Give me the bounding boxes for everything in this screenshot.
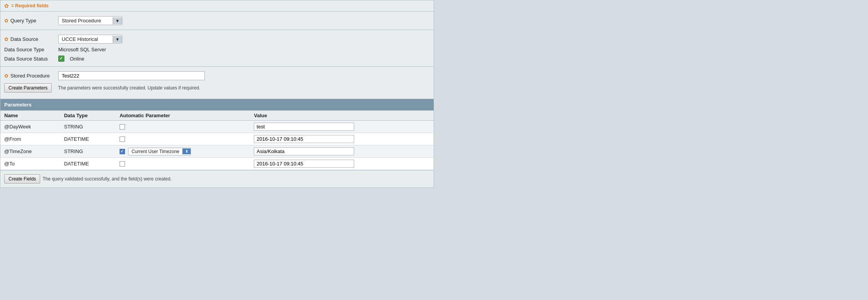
query-type-row: ✿ Query Type Stored Procedure ▼	[4, 15, 430, 27]
create-parameters-message: The parameters were successfully created…	[58, 85, 200, 91]
data-source-arrow[interactable]: ▼	[113, 36, 122, 43]
col-name: Name	[0, 111, 60, 121]
main-container: ✿ = Required fields ✿ Query Type Stored …	[0, 0, 434, 188]
data-source-type-label: Data Source Type	[4, 47, 54, 52]
query-type-dropdown[interactable]: Stored Procedure ▼	[58, 16, 122, 25]
query-type-value: Stored Procedure	[59, 17, 113, 25]
data-source-label: ✿ Data Source	[4, 36, 54, 42]
data-source-type-row: Data Source Type Microsoft SQL Server	[4, 45, 430, 54]
data-source-status-value: Online	[70, 56, 84, 62]
param-name: @TimeZone	[0, 145, 60, 158]
query-type-section: ✿ Query Type Stored Procedure ▼	[0, 11, 434, 30]
timezone-value: Current User Timezone	[128, 148, 182, 155]
stored-procedure-section: ✿ Stored Procedure Create Parameters The…	[0, 66, 434, 97]
automatic-checkbox[interactable]	[120, 124, 125, 130]
param-data-type: DATETIME	[60, 158, 116, 170]
param-automatic	[116, 158, 250, 170]
param-name: @DayWeek	[0, 121, 60, 133]
stored-procedure-label-text: Stored Procedure	[10, 73, 50, 79]
param-value-input[interactable]	[254, 160, 354, 168]
param-value	[250, 145, 434, 158]
stored-procedure-req-icon: ✿	[4, 73, 8, 79]
param-value	[250, 158, 434, 170]
data-source-row: ✿ Data Source UCCE Historical ▼	[4, 33, 430, 45]
query-type-label: ✿ Query Type	[4, 18, 54, 24]
required-label: = Required fields	[11, 3, 49, 8]
param-name: @To	[0, 158, 60, 170]
data-source-status-row: Data Source Status Online	[4, 54, 430, 63]
data-source-dropdown[interactable]: UCCE Historical ▼	[58, 35, 122, 44]
stored-procedure-label: ✿ Stored Procedure	[4, 73, 54, 79]
query-type-arrow[interactable]: ▼	[113, 17, 122, 24]
param-data-type: DATETIME	[60, 133, 116, 145]
data-source-section: ✿ Data Source UCCE Historical ▼ Data Sou…	[0, 30, 434, 66]
param-automatic: Current User Timezone⬍	[116, 145, 250, 158]
param-automatic	[116, 121, 250, 133]
col-value: Value	[250, 111, 434, 121]
data-source-status-label-text: Data Source Status	[4, 56, 48, 62]
table-header-row: Name Data Type Automatic Parameter Value	[0, 111, 434, 121]
table-row: @DayWeekSTRING	[0, 121, 434, 133]
data-source-value: UCCE Historical	[59, 35, 113, 43]
timezone-dropdown[interactable]: Current User Timezone⬍	[128, 148, 191, 155]
stored-procedure-input[interactable]	[58, 71, 205, 80]
param-name: @From	[0, 133, 60, 145]
param-data-type: STRING	[60, 145, 116, 158]
table-row: @TimeZoneSTRINGCurrent User Timezone⬍	[0, 145, 434, 158]
query-type-label-text: Query Type	[10, 18, 36, 24]
create-fields-button[interactable]: Create Fields	[4, 174, 40, 184]
param-value-input[interactable]	[254, 135, 354, 143]
query-type-req-icon: ✿	[4, 18, 8, 24]
create-parameters-button[interactable]: Create Parameters	[4, 83, 52, 93]
stored-procedure-row: ✿ Stored Procedure	[4, 70, 430, 82]
param-value-input[interactable]	[254, 123, 354, 131]
table-row: @FromDATETIME	[0, 133, 434, 145]
create-fields-message: The query validated successfully, and th…	[42, 176, 172, 182]
table-row: @ToDATETIME	[0, 158, 434, 170]
parameters-header: Parameters	[0, 99, 434, 110]
parameters-section: Parameters Name Data Type Automatic Para…	[0, 99, 434, 170]
data-source-type-label-text: Data Source Type	[4, 47, 44, 52]
data-source-status-label: Data Source Status	[4, 56, 54, 62]
parameters-title: Parameters	[4, 102, 32, 108]
parameters-table: Name Data Type Automatic Parameter Value…	[0, 110, 434, 170]
data-source-req-icon: ✿	[4, 36, 8, 42]
automatic-checkbox[interactable]	[120, 161, 125, 167]
automatic-checkbox[interactable]	[120, 137, 125, 142]
param-value-input[interactable]	[254, 147, 354, 155]
param-value	[250, 133, 434, 145]
online-status-icon	[58, 56, 64, 62]
data-source-type-value: Microsoft SQL Server	[58, 47, 106, 52]
required-header: ✿ = Required fields	[0, 0, 434, 11]
create-parameters-row: Create Parameters The parameters were su…	[4, 82, 430, 94]
required-icon: ✿	[4, 3, 9, 9]
col-automatic: Automatic Parameter	[116, 111, 250, 121]
param-data-type: STRING	[60, 121, 116, 133]
automatic-checkbox[interactable]	[120, 149, 125, 154]
footer-section: Create Fields The query validated succes…	[0, 170, 434, 187]
param-value	[250, 121, 434, 133]
col-data-type: Data Type	[60, 111, 116, 121]
timezone-arrow[interactable]: ⬍	[182, 148, 191, 154]
param-automatic	[116, 133, 250, 145]
data-source-label-text: Data Source	[10, 36, 38, 42]
